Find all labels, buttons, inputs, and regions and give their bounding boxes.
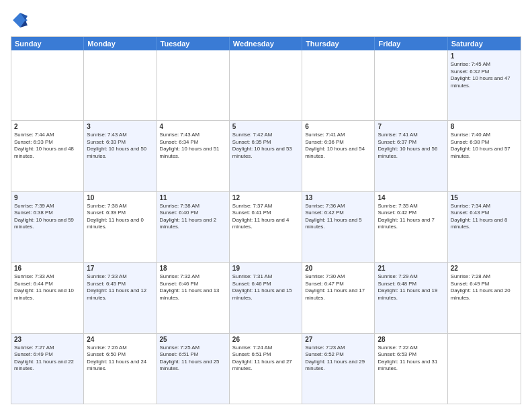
cell-info: Sunrise: 7:45 AM Sunset: 6:32 PM Dayligh… [451, 61, 518, 89]
cell-info: Sunrise: 7:23 AM Sunset: 6:52 PM Dayligh… [305, 345, 371, 373]
calendar-header: SundayMondayTuesdayWednesdayThursdayFrid… [11, 37, 521, 50]
calendar-cell-2-3: 4Sunrise: 7:43 AM Sunset: 6:34 PM Daylig… [157, 121, 230, 191]
calendar-cell-5-2: 24Sunrise: 7:26 AM Sunset: 6:50 PM Dayli… [84, 334, 157, 404]
cell-info: Sunrise: 7:27 AM Sunset: 6:49 PM Dayligh… [14, 345, 81, 373]
calendar-cell-1-2 [84, 50, 157, 120]
calendar-cell-2-5: 6Sunrise: 7:41 AM Sunset: 6:36 PM Daylig… [302, 121, 375, 191]
calendar-cell-2-1: 2Sunrise: 7:44 AM Sunset: 6:33 PM Daylig… [11, 121, 84, 191]
day-number: 25 [160, 336, 226, 343]
calendar-cell-4-5: 20Sunrise: 7:30 AM Sunset: 6:47 PM Dayli… [302, 263, 375, 332]
page: SundayMondayTuesdayWednesdayThursdayFrid… [0, 0, 532, 411]
cell-info: Sunrise: 7:32 AM Sunset: 6:46 PM Dayligh… [160, 273, 226, 302]
calendar-cell-3-6: 14Sunrise: 7:35 AM Sunset: 6:42 PM Dayli… [375, 192, 447, 262]
day-number: 22 [451, 265, 518, 272]
calendar-cell-5-6: 28Sunrise: 7:22 AM Sunset: 6:53 PM Dayli… [375, 334, 447, 404]
weekday-header-monday: Monday [84, 37, 157, 50]
day-number: 27 [305, 336, 371, 343]
calendar-cell-2-6: 7Sunrise: 7:41 AM Sunset: 6:37 PM Daylig… [375, 121, 447, 191]
day-number: 1 [451, 52, 518, 60]
day-number: 15 [451, 194, 518, 201]
calendar-cell-3-2: 10Sunrise: 7:38 AM Sunset: 6:39 PM Dayli… [84, 192, 157, 262]
calendar: SundayMondayTuesdayWednesdayThursdayFrid… [11, 36, 521, 404]
calendar-cell-5-3: 25Sunrise: 7:25 AM Sunset: 6:51 PM Dayli… [157, 334, 230, 404]
cell-info: Sunrise: 7:43 AM Sunset: 6:33 PM Dayligh… [87, 132, 153, 160]
day-number: 14 [378, 194, 444, 201]
day-number: 19 [232, 265, 299, 272]
calendar-cell-5-1: 23Sunrise: 7:27 AM Sunset: 6:49 PM Dayli… [11, 334, 84, 404]
calendar-cell-1-4 [230, 50, 302, 120]
calendar-row-3: 9Sunrise: 7:39 AM Sunset: 6:38 PM Daylig… [11, 191, 521, 262]
day-number: 8 [451, 123, 518, 130]
cell-info: Sunrise: 7:24 AM Sunset: 6:51 PM Dayligh… [232, 345, 299, 373]
calendar-cell-3-5: 13Sunrise: 7:36 AM Sunset: 6:42 PM Dayli… [302, 192, 375, 262]
weekday-header-tuesday: Tuesday [157, 37, 230, 50]
day-number: 21 [378, 265, 444, 272]
cell-info: Sunrise: 7:38 AM Sunset: 6:39 PM Dayligh… [87, 203, 153, 231]
day-number: 6 [305, 123, 371, 130]
day-number: 7 [378, 123, 444, 130]
weekday-header-thursday: Thursday [302, 37, 375, 50]
cell-info: Sunrise: 7:43 AM Sunset: 6:34 PM Dayligh… [160, 132, 226, 160]
day-number: 2 [14, 123, 81, 130]
cell-info: Sunrise: 7:41 AM Sunset: 6:37 PM Dayligh… [378, 132, 444, 160]
cell-info: Sunrise: 7:30 AM Sunset: 6:47 PM Dayligh… [305, 273, 371, 302]
day-number: 10 [87, 194, 153, 201]
cell-info: Sunrise: 7:36 AM Sunset: 6:42 PM Dayligh… [305, 203, 371, 231]
cell-info: Sunrise: 7:33 AM Sunset: 6:45 PM Dayligh… [87, 273, 153, 302]
cell-info: Sunrise: 7:29 AM Sunset: 6:48 PM Dayligh… [378, 273, 444, 302]
calendar-cell-5-7 [448, 334, 521, 404]
calendar-row-2: 2Sunrise: 7:44 AM Sunset: 6:33 PM Daylig… [11, 120, 521, 191]
calendar-cell-1-7: 1Sunrise: 7:45 AM Sunset: 6:32 PM Daylig… [448, 50, 521, 120]
calendar-cell-1-5 [302, 50, 375, 120]
day-number: 28 [378, 336, 444, 343]
cell-info: Sunrise: 7:38 AM Sunset: 6:40 PM Dayligh… [160, 203, 226, 231]
calendar-row-5: 23Sunrise: 7:27 AM Sunset: 6:49 PM Dayli… [11, 333, 521, 404]
calendar-cell-3-7: 15Sunrise: 7:34 AM Sunset: 6:43 PM Dayli… [448, 192, 521, 262]
cell-info: Sunrise: 7:26 AM Sunset: 6:50 PM Dayligh… [87, 345, 153, 373]
cell-info: Sunrise: 7:42 AM Sunset: 6:35 PM Dayligh… [232, 132, 299, 160]
calendar-cell-3-3: 11Sunrise: 7:38 AM Sunset: 6:40 PM Dayli… [157, 192, 230, 262]
cell-info: Sunrise: 7:31 AM Sunset: 6:46 PM Dayligh… [232, 273, 299, 302]
calendar-cell-4-1: 16Sunrise: 7:33 AM Sunset: 6:44 PM Dayli… [11, 263, 84, 332]
cell-info: Sunrise: 7:35 AM Sunset: 6:42 PM Dayligh… [378, 203, 444, 231]
calendar-cell-2-7: 8Sunrise: 7:40 AM Sunset: 6:38 PM Daylig… [448, 121, 521, 191]
cell-info: Sunrise: 7:22 AM Sunset: 6:53 PM Dayligh… [378, 345, 444, 373]
day-number: 13 [305, 194, 371, 201]
calendar-cell-1-6 [375, 50, 447, 120]
calendar-cell-2-4: 5Sunrise: 7:42 AM Sunset: 6:35 PM Daylig… [230, 121, 302, 191]
calendar-cell-4-6: 21Sunrise: 7:29 AM Sunset: 6:48 PM Dayli… [375, 263, 447, 332]
day-number: 16 [14, 265, 81, 272]
calendar-body: 1Sunrise: 7:45 AM Sunset: 6:32 PM Daylig… [11, 50, 521, 404]
cell-info: Sunrise: 7:28 AM Sunset: 6:49 PM Dayligh… [451, 273, 518, 302]
cell-info: Sunrise: 7:37 AM Sunset: 6:41 PM Dayligh… [232, 203, 299, 231]
header [11, 11, 521, 30]
calendar-cell-2-2: 3Sunrise: 7:43 AM Sunset: 6:33 PM Daylig… [84, 121, 157, 191]
weekday-header-saturday: Saturday [448, 37, 521, 50]
weekday-header-wednesday: Wednesday [230, 37, 302, 50]
cell-info: Sunrise: 7:34 AM Sunset: 6:43 PM Dayligh… [451, 203, 518, 231]
day-number: 26 [232, 336, 299, 343]
day-number: 11 [160, 194, 226, 201]
cell-info: Sunrise: 7:40 AM Sunset: 6:38 PM Dayligh… [451, 132, 518, 160]
weekday-header-sunday: Sunday [11, 37, 84, 50]
cell-info: Sunrise: 7:33 AM Sunset: 6:44 PM Dayligh… [14, 273, 81, 302]
calendar-cell-3-4: 12Sunrise: 7:37 AM Sunset: 6:41 PM Dayli… [230, 192, 302, 262]
day-number: 20 [305, 265, 371, 272]
day-number: 17 [87, 265, 153, 272]
day-number: 12 [232, 194, 299, 201]
cell-info: Sunrise: 7:44 AM Sunset: 6:33 PM Dayligh… [14, 132, 81, 160]
calendar-cell-4-3: 18Sunrise: 7:32 AM Sunset: 6:46 PM Dayli… [157, 263, 230, 332]
calendar-row-4: 16Sunrise: 7:33 AM Sunset: 6:44 PM Dayli… [11, 262, 521, 332]
calendar-row-1: 1Sunrise: 7:45 AM Sunset: 6:32 PM Daylig… [11, 50, 521, 120]
day-number: 23 [14, 336, 81, 343]
calendar-cell-4-4: 19Sunrise: 7:31 AM Sunset: 6:46 PM Dayli… [230, 263, 302, 332]
calendar-cell-4-2: 17Sunrise: 7:33 AM Sunset: 6:45 PM Dayli… [84, 263, 157, 332]
calendar-cell-1-1 [11, 50, 84, 120]
calendar-cell-1-3 [157, 50, 230, 120]
logo [11, 11, 32, 30]
calendar-cell-4-7: 22Sunrise: 7:28 AM Sunset: 6:49 PM Dayli… [448, 263, 521, 332]
day-number: 9 [14, 194, 81, 201]
day-number: 18 [160, 265, 226, 272]
weekday-header-friday: Friday [375, 37, 447, 50]
calendar-cell-5-5: 27Sunrise: 7:23 AM Sunset: 6:52 PM Dayli… [302, 334, 375, 404]
